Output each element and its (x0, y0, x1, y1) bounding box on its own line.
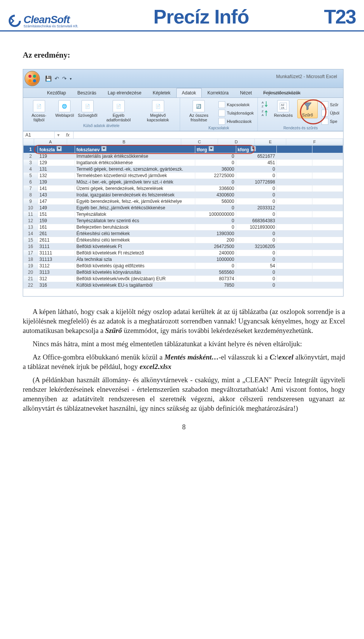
cell[interactable]: Belföldi követelés újság előfizetés (75, 263, 195, 269)
cell[interactable] (312, 269, 343, 276)
cell[interactable] (277, 153, 312, 160)
cell[interactable]: 261 (38, 231, 75, 237)
cell[interactable] (312, 211, 343, 218)
cell[interactable]: 0 (195, 263, 236, 269)
cell[interactable] (312, 237, 343, 243)
cell[interactable]: 3113 (38, 269, 75, 276)
from-web-button[interactable]: 🌐Weblapról (55, 99, 74, 118)
sort-za-button[interactable]: ZA (261, 109, 269, 117)
cell[interactable]: 0 (236, 231, 277, 237)
cell[interactable]: 3111 (38, 243, 75, 250)
cell[interactable]: 141 (38, 185, 75, 192)
cell[interactable]: Ingatlanok értékcsökkenése (75, 160, 195, 166)
cell[interactable] (312, 185, 343, 192)
cell[interactable]: Értékesítési célú termékek (75, 231, 195, 237)
cell[interactable]: 159 (38, 218, 75, 224)
connections-button[interactable]: Kapcsolatok (218, 101, 254, 108)
sort-az-button[interactable]: AZ (261, 100, 269, 108)
cell[interactable]: 0 (236, 192, 277, 198)
cell[interactable] (277, 192, 312, 198)
row-header[interactable]: 3 (24, 160, 38, 166)
cell[interactable]: 0 (236, 237, 277, 243)
cell[interactable] (312, 282, 343, 289)
row-header[interactable]: 11 (24, 211, 38, 218)
cell[interactable]: 54 (236, 263, 277, 269)
cell[interactable]: 0 (195, 179, 236, 185)
cell[interactable] (277, 179, 312, 185)
row-header[interactable]: 19 (24, 263, 38, 269)
cell[interactable] (312, 256, 343, 263)
cell[interactable]: 312 (38, 276, 75, 282)
cell[interactable] (277, 185, 312, 192)
edit-links-button[interactable]: Hivatkozások (218, 118, 254, 125)
cell[interactable]: 336600 (195, 185, 236, 192)
row-header[interactable]: 1 (24, 146, 38, 153)
cell[interactable]: 0 (195, 218, 236, 224)
fx-label[interactable]: fx (62, 132, 74, 138)
tab-korrektura[interactable]: Korrektúra (202, 88, 234, 97)
cell[interactable] (312, 224, 343, 231)
cell[interactable]: 0 (195, 205, 236, 211)
row-header[interactable]: 2 (24, 153, 38, 160)
cell[interactable] (312, 263, 343, 269)
cell[interactable]: Immateriális javak értékcsökkenése (75, 153, 195, 160)
cell[interactable]: Befejezetlen beruházások (75, 224, 195, 231)
row-header[interactable]: 10 (24, 205, 38, 211)
cell[interactable]: Belföldi követelés könyvárusítás (75, 269, 195, 276)
row-header[interactable]: 8 (24, 192, 38, 198)
cell[interactable] (277, 282, 312, 289)
cell[interactable]: 200 (195, 237, 236, 243)
cell[interactable] (312, 192, 343, 198)
cell[interactable]: 6521677 (236, 153, 277, 160)
cell[interactable] (277, 276, 312, 282)
cell[interactable]: 3112 (38, 263, 75, 269)
cell[interactable]: Értékesítési célú termékek (75, 237, 195, 243)
cell[interactable]: 151 (38, 211, 75, 218)
redo-icon[interactable]: ↷ (62, 75, 67, 82)
cell[interactable]: Belföldi követelések/vevők (devizában) E… (75, 276, 195, 282)
cell[interactable]: fokszlanev (75, 146, 195, 153)
cell[interactable]: 10772698 (236, 179, 277, 185)
cell[interactable] (312, 205, 343, 211)
qat-more-icon[interactable]: ▾ (70, 77, 72, 81)
col-header-f[interactable]: F (286, 139, 343, 145)
save-icon[interactable]: 💾 (45, 75, 52, 82)
cell[interactable] (312, 160, 343, 166)
row-header[interactable]: 5 (24, 173, 38, 179)
refresh-all-button[interactable]: 🔄Az összes frissítése (183, 99, 215, 123)
cell[interactable]: 119 (38, 153, 75, 160)
row-header[interactable]: 21 (24, 276, 38, 282)
cell[interactable]: tforg (195, 146, 236, 153)
cell[interactable]: 56000 (195, 198, 236, 205)
formula-input[interactable] (74, 134, 343, 136)
cell[interactable]: 149 (38, 205, 75, 211)
tab-kezdolap[interactable]: Kezdőlap (41, 88, 72, 97)
properties-button[interactable]: Tulajdonságok (218, 109, 254, 117)
cell[interactable]: Termelő gépek, berend.-ek, szerszámok, g… (75, 166, 195, 173)
cell[interactable]: 0 (195, 160, 236, 166)
cell[interactable] (312, 146, 343, 153)
cell[interactable]: 807374 (195, 276, 236, 282)
cell[interactable] (277, 166, 312, 173)
cell[interactable]: Tenyészállatok terv szerinti écs (75, 218, 195, 224)
cell[interactable]: 0 (236, 173, 277, 179)
cell[interactable] (312, 243, 343, 250)
cell[interactable]: 147 (38, 198, 75, 205)
cell[interactable] (277, 173, 312, 179)
existing-connections-button[interactable]: 📄Meglévő kapcsolatok (140, 99, 177, 123)
cell[interactable]: 143 (38, 192, 75, 198)
row-header[interactable]: 7 (24, 185, 38, 192)
cell[interactable]: 0 (236, 250, 277, 256)
cell[interactable] (277, 263, 312, 269)
cell[interactable]: Belföldi követelések Ft (75, 243, 195, 250)
cell[interactable]: 7850 (195, 282, 236, 289)
cell[interactable]: 1000000 (195, 256, 236, 263)
cell[interactable]: 1000000000 (195, 211, 236, 218)
col-header-b[interactable]: B (67, 139, 181, 145)
cell[interactable]: 451 (236, 160, 277, 166)
cell[interactable] (277, 243, 312, 250)
cell[interactable] (312, 153, 343, 160)
cell[interactable]: 129 (38, 160, 75, 166)
cell[interactable]: 1390300 (195, 231, 236, 237)
cell[interactable]: 316 (38, 282, 75, 289)
